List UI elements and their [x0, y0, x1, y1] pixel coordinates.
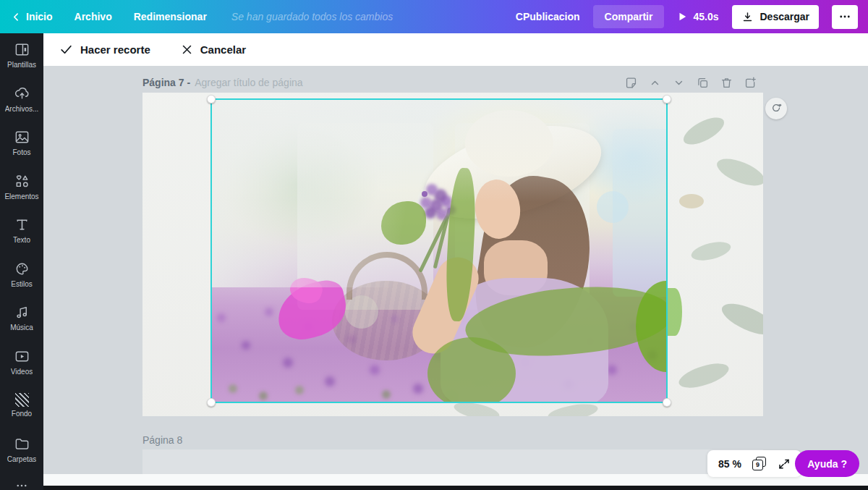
page8-header: Página 8 [142, 433, 763, 447]
green-shape-outside-crop [668, 288, 682, 336]
rotate-button[interactable] [765, 98, 787, 119]
page7-surface[interactable] [142, 93, 763, 416]
top-bar: Inicio Archivo Redimensionar Se han guar… [0, 0, 868, 33]
bottom-dark-bar [43, 486, 868, 490]
sidebar-item-videos[interactable]: Videos [0, 340, 43, 384]
duplicate-page-button[interactable] [696, 76, 710, 90]
crop-selection-frame[interactable] [210, 98, 668, 403]
chevron-left-icon [12, 12, 21, 22]
fullscreen-button[interactable] [778, 457, 791, 470]
close-icon [181, 43, 193, 56]
notes-button[interactable] [624, 76, 638, 90]
move-page-up-button[interactable] [648, 76, 662, 90]
move-page-down-button[interactable] [672, 76, 686, 90]
crop-handle-top-right[interactable] [663, 95, 671, 104]
check-icon [59, 43, 73, 56]
help-button[interactable]: Ayuda ? [795, 450, 859, 477]
home-link[interactable]: Inicio [12, 11, 53, 22]
chevron-up-icon [648, 76, 662, 90]
templates-icon [14, 41, 30, 58]
more-icon [838, 10, 851, 23]
share-button[interactable]: Compartir [593, 5, 665, 28]
play-icon [677, 12, 687, 22]
sidebar-more-button[interactable] [0, 482, 43, 490]
page8-surface[interactable] [142, 449, 763, 474]
sidebar-item-elementos[interactable]: Elementos [0, 165, 43, 209]
more-dots-icon [15, 482, 28, 489]
crop-handle-bottom-right[interactable] [663, 398, 671, 407]
add-page-button[interactable] [744, 76, 757, 90]
text-icon [14, 216, 30, 233]
crop-handle-top-left[interactable] [207, 95, 216, 104]
canvas-workspace: Página 7 - Agregar título de página [43, 66, 868, 490]
sidebar-item-texto[interactable]: Texto [0, 208, 43, 253]
page7-title-placeholder[interactable]: Agregar título de página [195, 77, 302, 88]
crop-handle-bottom-left[interactable] [207, 398, 216, 407]
pages-overview-button[interactable]: 9 [752, 457, 767, 471]
zoom-level[interactable]: 85 % [718, 458, 741, 470]
sidebar-item-musica[interactable]: Música [0, 296, 43, 340]
sidebar-item-plantillas[interactable]: Plantillas [0, 33, 43, 77]
preview-play-button[interactable]: 45.0s [677, 11, 718, 22]
crop-toolbar: Hacer recorte Cancelar [43, 33, 868, 66]
background-hatch-icon [15, 393, 29, 407]
autosave-status: Se han guardado todos los cambios [231, 11, 393, 22]
duplicate-icon [696, 76, 710, 90]
sidebar-item-fotos[interactable]: Fotos [0, 121, 43, 165]
home-label: Inicio [26, 11, 53, 22]
page7-title: Página 7 - [142, 77, 190, 88]
page8-title: Página 8 [142, 434, 182, 446]
sidebar-item-archivos[interactable]: Archivos... [0, 77, 43, 122]
resize-menu[interactable]: Redimensionar [134, 11, 207, 22]
duration-label: 45.0s [693, 11, 718, 22]
photos-icon [14, 129, 30, 145]
add-page-icon [744, 76, 757, 90]
notes-icon [624, 76, 638, 90]
music-note-icon [14, 304, 30, 321]
delete-page-button[interactable] [720, 76, 733, 90]
sidebar-item-fondo[interactable]: Fondo [0, 384, 43, 428]
sidebar-item-carpetas[interactable]: Carpetas [0, 428, 43, 472]
file-menu[interactable]: Archivo [75, 11, 112, 22]
folder-icon [14, 436, 30, 452]
uploads-cloud-icon [14, 85, 30, 102]
apply-crop-button[interactable]: Hacer recorte [59, 43, 150, 56]
download-icon [741, 11, 754, 23]
pages-count-number: 9 [752, 460, 763, 470]
sidebar: Plantillas Archivos... Fotos Elementos T… [0, 33, 43, 490]
document-name[interactable]: CPublicacion [516, 11, 580, 22]
elements-shapes-icon [14, 173, 30, 190]
fullscreen-icon [778, 457, 791, 470]
rotate-icon [770, 103, 783, 115]
cancel-crop-button[interactable]: Cancelar [181, 43, 246, 56]
more-options-button[interactable] [832, 5, 858, 29]
download-button[interactable]: Descargar [732, 5, 820, 29]
video-icon [14, 348, 30, 365]
chevron-down-icon [672, 76, 686, 90]
view-controls: 85 % 9 [707, 450, 801, 477]
page7-header: Página 7 - Agregar título de página [142, 74, 763, 91]
styles-palette-icon [14, 261, 30, 277]
faded-rosebud [679, 194, 704, 208]
sidebar-item-estilos[interactable]: Estilos [0, 253, 43, 297]
trash-icon [720, 76, 733, 90]
